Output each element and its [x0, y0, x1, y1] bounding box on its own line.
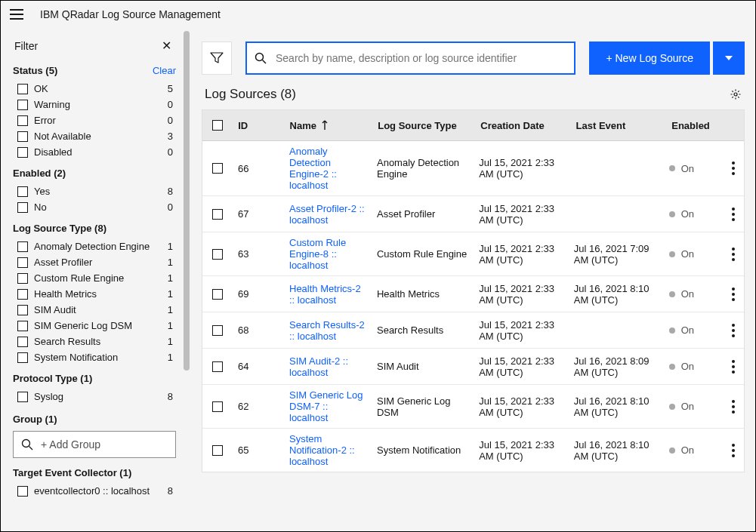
search-box[interactable] [245, 42, 575, 75]
table-row: 68Search Results-2 :: localhostSearch Re… [202, 312, 744, 349]
select-all-checkbox[interactable] [212, 120, 223, 131]
cell-name-link[interactable]: Asset Profiler-2 :: localhost [289, 203, 365, 226]
col-enabled[interactable]: Enabled [659, 120, 729, 131]
cell-name-link[interactable]: Custom Rule Engine-8 :: localhost [289, 237, 346, 271]
close-icon[interactable]: ✕ [159, 38, 174, 53]
facet-item-label: No [34, 201, 47, 213]
cell-name-link[interactable]: Health Metrics-2 :: localhost [289, 283, 361, 306]
facet-item[interactable]: No0 [10, 199, 179, 215]
row-checkbox[interactable] [212, 361, 223, 372]
row-actions-menu[interactable] [732, 360, 735, 374]
cell-type: SIM Audit [371, 361, 473, 372]
facet-item[interactable]: System Notification1 [10, 349, 179, 365]
checkbox-icon[interactable] [17, 352, 28, 363]
facet-item[interactable]: Asset Profiler1 [10, 254, 179, 270]
row-actions-menu[interactable] [732, 208, 735, 221]
facet-item[interactable]: OK5 [10, 81, 179, 97]
col-created[interactable]: Creation Date [474, 120, 569, 131]
row-actions-menu[interactable] [732, 400, 735, 414]
checkbox-icon[interactable] [17, 241, 28, 252]
scrollbar-thumb[interactable] [184, 31, 190, 371]
facet-label: Enabled (2) [13, 168, 66, 179]
checkbox-icon[interactable] [17, 186, 28, 197]
facet-item[interactable]: Search Results1 [10, 334, 179, 349]
search-icon [21, 438, 33, 451]
checkbox-icon[interactable] [17, 84, 28, 94]
facet-item[interactable]: SIM Audit1 [10, 302, 179, 318]
row-actions-menu[interactable] [732, 444, 735, 457]
checkbox-icon[interactable] [17, 289, 28, 300]
checkbox-icon[interactable] [17, 147, 28, 158]
add-group-input[interactable]: + Add Group [13, 431, 176, 458]
row-checkbox[interactable] [212, 445, 223, 456]
facet-item-count: 0 [168, 201, 176, 213]
row-actions-menu[interactable] [732, 288, 735, 301]
search-input[interactable] [274, 51, 566, 65]
cell-name-link[interactable]: System Notification-2 :: localhost [289, 433, 355, 467]
checkbox-icon[interactable] [17, 257, 28, 268]
row-checkbox[interactable] [212, 289, 223, 300]
enabled-label: On [681, 288, 694, 300]
checkbox-icon[interactable] [17, 305, 28, 315]
checkbox-icon[interactable] [17, 321, 28, 331]
col-name[interactable]: Name [284, 120, 372, 131]
checkbox-icon[interactable] [17, 273, 28, 284]
cell-name-link[interactable]: SIM Generic Log DSM-7 :: localhost [289, 389, 363, 423]
row-actions-menu[interactable] [732, 161, 735, 175]
facet-item-label: Disabled [34, 146, 73, 158]
cell-enabled: On [657, 361, 726, 372]
cell-id: 65 [232, 444, 283, 456]
facet-item-label: Search Results [34, 336, 100, 347]
col-last[interactable]: Last Event [570, 120, 660, 131]
facet-item[interactable]: Custom Rule Engine1 [10, 270, 179, 286]
facet-item-count: 1 [168, 241, 176, 252]
col-id[interactable]: ID [232, 120, 283, 131]
cell-name-link[interactable]: Search Results-2 :: localhost [289, 319, 365, 342]
facet-item[interactable]: SIM Generic Log DSM1 [10, 318, 179, 334]
facet-item[interactable]: Anomaly Detection Engine1 [10, 238, 179, 254]
checkbox-icon[interactable] [17, 131, 28, 142]
filter-button[interactable] [202, 42, 232, 75]
col-type[interactable]: Log Source Type [372, 120, 474, 131]
table-row: 63Custom Rule Engine-8 :: localhostCusto… [202, 232, 744, 276]
cell-id: 69 [232, 288, 283, 300]
checkbox-icon[interactable] [17, 202, 28, 213]
facet-item-count: 0 [168, 99, 176, 110]
row-checkbox[interactable] [212, 325, 223, 336]
facet-item[interactable]: Syslog8 [10, 389, 179, 404]
menu-icon[interactable] [10, 9, 23, 20]
new-log-source-dropdown[interactable] [713, 42, 745, 75]
row-checkbox[interactable] [212, 249, 223, 260]
facet-label: Group (1) [13, 414, 57, 425]
facet-item-label: Not Available [34, 131, 91, 142]
checkbox-icon[interactable] [17, 115, 28, 126]
facet-item[interactable]: Disabled0 [10, 144, 179, 160]
checkbox-icon[interactable] [17, 486, 28, 497]
facet-item[interactable]: eventcollector0 :: localhost 8 [10, 483, 179, 499]
facet-item-label: Yes [34, 186, 50, 197]
facet-clear-link[interactable]: Clear [153, 65, 176, 76]
facet-item[interactable]: Not Available3 [10, 128, 179, 144]
gear-icon[interactable] [730, 88, 742, 100]
table-row: 62SIM Generic Log DSM-7 :: localhostSIM … [202, 385, 744, 429]
row-checkbox[interactable] [212, 163, 223, 174]
cell-name-link[interactable]: SIM Audit-2 :: localhost [289, 355, 348, 378]
facet-item-count: 1 [168, 288, 176, 300]
row-checkbox[interactable] [212, 401, 223, 412]
new-log-source-button[interactable]: + New Log Source [589, 42, 710, 75]
facet-item-label: OK [34, 83, 48, 94]
list-header: Log Sources (8) [202, 82, 745, 102]
facet-item[interactable]: Warning0 [10, 97, 179, 112]
sidebar-scrollbar[interactable] [181, 28, 191, 531]
checkbox-icon[interactable] [17, 337, 28, 347]
facet-item[interactable]: Error0 [10, 112, 179, 128]
checkbox-icon[interactable] [17, 100, 28, 110]
checkbox-icon[interactable] [17, 392, 28, 402]
cell-name-link[interactable]: Anomaly Detection Engine-2 :: localhost [289, 146, 337, 191]
row-actions-menu[interactable] [732, 248, 735, 261]
row-actions-menu[interactable] [732, 324, 735, 337]
cell-created: Jul 15, 2021 2:33 AM (UTC) [473, 395, 568, 418]
row-checkbox[interactable] [212, 209, 223, 220]
facet-item[interactable]: Health Metrics1 [10, 286, 179, 302]
facet-item[interactable]: Yes8 [10, 183, 179, 199]
